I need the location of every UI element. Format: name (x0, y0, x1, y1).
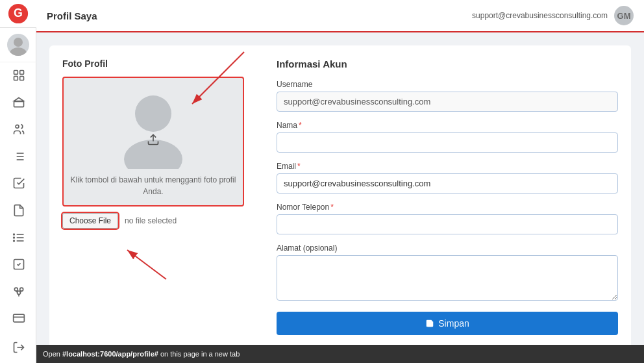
status-bar-link: #localhost:7600/app/profile# (62, 350, 158, 358)
sidebar-item-group[interactable] (0, 278, 36, 305)
nama-input[interactable] (277, 132, 618, 153)
username-input[interactable] (277, 92, 618, 112)
email-required: * (297, 162, 301, 171)
header-right: support@crevabusinessconsulting.com GM (472, 6, 634, 25)
form-group-email: Email* (277, 162, 618, 194)
header-user-avatar: GM (614, 6, 634, 25)
checklist-icon (12, 177, 25, 190)
card-icon (12, 312, 25, 325)
telepon-input[interactable] (277, 214, 618, 234)
alamat-input[interactable] (277, 255, 618, 301)
sidebar: G (0, 0, 36, 363)
sidebar-item-bank[interactable] (0, 89, 36, 116)
content-area: Foto Profil Klik tombo (36, 32, 644, 345)
telepon-label: Nomor Telepon* (277, 203, 618, 212)
svg-point-21 (14, 240, 15, 242)
sidebar-item-check2[interactable] (0, 251, 36, 278)
form-group-username: Username (277, 80, 618, 112)
page-title: Profil Saya (47, 10, 97, 21)
profile-card: Foto Profil Klik tombo (49, 45, 631, 345)
person-silhouette-icon (7, 34, 29, 56)
check2-icon (12, 258, 25, 271)
simpan-button[interactable]: Simpan (277, 312, 618, 335)
svg-rect-7 (20, 77, 24, 81)
users-icon (12, 123, 25, 136)
sidebar-item-logout[interactable] (0, 332, 36, 363)
logout-icon (12, 341, 25, 354)
alamat-label: Alamat (opsional) (277, 244, 618, 253)
sidebar-item-users[interactable] (0, 116, 36, 144)
nama-label: Nama* (277, 121, 618, 130)
form-group-telepon: Nomor Telepon* (277, 203, 618, 234)
svg-point-32 (135, 95, 171, 132)
svg-point-9 (16, 125, 19, 129)
svg-point-3 (10, 47, 27, 56)
username-label: Username (277, 80, 618, 89)
list2-icon (12, 231, 25, 244)
nama-required: * (299, 121, 302, 130)
svg-rect-8 (14, 101, 24, 106)
status-bar-text: Open #localhost:7600/app/profile# on thi… (43, 350, 240, 358)
svg-point-23 (20, 288, 23, 291)
save-icon (425, 319, 434, 328)
support-email: support@crevabusinessconsulting.com (472, 11, 608, 20)
svg-rect-4 (14, 71, 18, 75)
avatar-circle (7, 34, 29, 56)
choose-file-button[interactable]: Choose File (62, 213, 118, 229)
status-bar: Open #localhost:7600/app/profile# on thi… (36, 345, 644, 363)
sidebar-user-avatar[interactable] (0, 28, 36, 62)
app-logo-icon: G (8, 3, 29, 24)
form-group-nama: Nama* (277, 121, 618, 153)
upload-icon (147, 133, 160, 146)
svg-rect-6 (14, 77, 18, 81)
sidebar-item-list2[interactable] (0, 224, 36, 251)
svg-rect-29 (14, 314, 25, 322)
main-area: Profil Saya support@crevabusinessconsult… (36, 0, 644, 363)
svg-text:G: G (14, 7, 23, 20)
sidebar-item-document[interactable] (0, 197, 36, 224)
group-icon (12, 285, 25, 298)
sidebar-item-list[interactable] (0, 143, 36, 170)
photo-hint-text: Klik tombol di bawah untuk mengganti fot… (64, 174, 243, 197)
svg-point-20 (14, 237, 15, 238)
sidebar-item-card[interactable] (0, 305, 36, 332)
dashboard-icon (12, 69, 25, 82)
profile-silhouette-icon (121, 91, 186, 169)
upload-area (147, 133, 160, 146)
sidebar-item-checklist[interactable] (0, 170, 36, 197)
document-icon (12, 204, 25, 217)
form-group-alamat: Alamat (opsional) (277, 244, 618, 303)
foto-profil-title: Foto Profil (62, 58, 257, 69)
foto-profil-section: Foto Profil Klik tombo (62, 58, 257, 335)
bank-icon (12, 96, 25, 109)
telepon-required: * (330, 203, 334, 212)
header: Profil Saya support@crevabusinessconsult… (36, 0, 644, 32)
no-file-text: no file selected (125, 216, 177, 225)
informasi-akun-title: Informasi Akun (277, 58, 618, 69)
email-label: Email* (277, 162, 618, 171)
svg-point-19 (14, 234, 15, 235)
list-icon (12, 150, 25, 163)
svg-point-2 (14, 38, 23, 47)
sidebar-item-dashboard[interactable] (0, 62, 36, 90)
photo-preview-box: Klik tombol di bawah untuk mengganti fot… (62, 77, 244, 207)
file-input-row: Choose File no file selected (62, 213, 257, 229)
email-input[interactable] (277, 173, 618, 194)
sidebar-logo: G (0, 0, 36, 28)
svg-point-24 (14, 288, 18, 291)
informasi-akun-section: Informasi Akun Username Nama* Email* (277, 58, 618, 335)
svg-rect-5 (20, 71, 24, 75)
